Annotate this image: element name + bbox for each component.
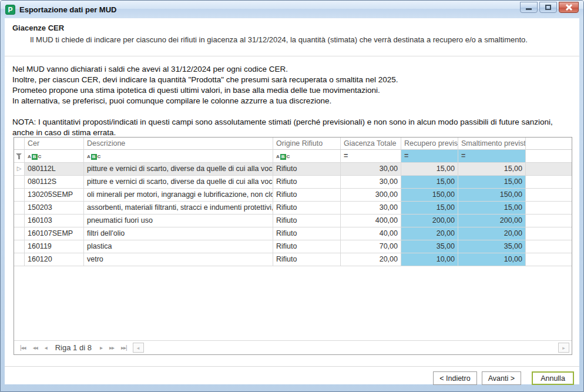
filter-funnel-icon: [16, 153, 22, 159]
pager-first-button[interactable]: |◂◂: [16, 344, 29, 351]
cell-giacenza[interactable]: 400,00: [341, 215, 401, 227]
table-row[interactable]: 160103 pneumatici fuori uso Rifiuto 400,…: [14, 215, 572, 227]
cell-descrizione[interactable]: plastica: [84, 240, 273, 253]
column-header-cer[interactable]: Cer: [25, 138, 84, 150]
cell-smaltimento[interactable]: 35,00: [458, 240, 526, 253]
cell-recupero[interactable]: 10,00: [401, 253, 458, 266]
header-indicator-cell: [14, 138, 25, 150]
close-button[interactable]: [559, 2, 579, 13]
cell-origine[interactable]: Rifiuto: [273, 189, 341, 202]
pager-prev-page-button[interactable]: ◂◂: [29, 344, 41, 351]
cell-recupero[interactable]: 35,00: [401, 240, 458, 253]
cell-smaltimento[interactable]: 20,00: [458, 227, 526, 240]
close-icon: [566, 4, 572, 11]
pager-next-button[interactable]: ▸: [96, 344, 106, 351]
cell-origine[interactable]: Rifiuto: [273, 202, 341, 215]
row-indicator: [14, 240, 25, 253]
column-header-smaltimento[interactable]: Smaltimento previsto: [458, 138, 526, 150]
filter-descrizione[interactable]: ABC: [84, 150, 273, 163]
cell-giacenza[interactable]: 20,00: [341, 253, 401, 266]
instruction-line: Inoltre, per ciascun CER, devi indicare …: [12, 75, 570, 85]
pager-last-button[interactable]: ▸▸|: [118, 344, 130, 351]
cell-recupero[interactable]: 15,00: [401, 163, 458, 176]
cell-blank: [526, 189, 572, 202]
filter-smaltimento[interactable]: =: [458, 150, 526, 163]
footer-separator: [5, 366, 579, 367]
cell-giacenza[interactable]: 30,00: [341, 163, 401, 176]
cell-origine[interactable]: Rifiuto: [273, 176, 341, 189]
equals-filter-icon: =: [344, 152, 398, 160]
filter-cer[interactable]: ABC: [25, 150, 84, 163]
column-header-origine[interactable]: Origine Rifiuto: [273, 138, 341, 150]
table-row[interactable]: 150203 assorbenti, materiali filtranti, …: [14, 202, 572, 215]
hscroll-left-button[interactable]: ◂: [133, 343, 144, 353]
pager-prev-button[interactable]: ◂: [41, 344, 51, 351]
cell-smaltimento[interactable]: 10,00: [458, 253, 526, 266]
cell-cer[interactable]: 160120: [25, 253, 84, 266]
cell-descrizione[interactable]: pneumatici fuori uso: [84, 215, 273, 227]
cell-smaltimento[interactable]: 200,00: [458, 215, 526, 227]
cancel-button[interactable]: Annulla: [532, 371, 574, 385]
grid-empty-area: [14, 266, 572, 340]
cell-giacenza[interactable]: 40,00: [341, 227, 401, 240]
cell-descrizione[interactable]: pitture e vernici di scarto, diverse da …: [84, 163, 273, 176]
table-row[interactable]: 160107SEMP filtri dell'olio Rifiuto 40,0…: [14, 227, 572, 240]
column-header-descrizione[interactable]: Descrizione: [84, 138, 273, 150]
instruction-line: In alternativa, se preferisci, puoi comu…: [12, 96, 570, 106]
cell-cer[interactable]: 160107SEMP: [25, 227, 84, 240]
cell-cer[interactable]: 080112S: [25, 176, 84, 189]
minimize-button[interactable]: [520, 2, 538, 13]
maximize-button[interactable]: [539, 2, 557, 13]
cell-cer[interactable]: 080112L: [25, 163, 84, 176]
table-row[interactable]: 160119 plastica Rifiuto 70,00 35,00 35,0…: [14, 240, 572, 253]
cell-smaltimento[interactable]: 15,00: [458, 176, 526, 189]
next-button[interactable]: Avanti >: [482, 371, 521, 385]
cell-recupero[interactable]: 15,00: [401, 202, 458, 215]
equals-filter-icon: =: [404, 152, 455, 160]
cell-giacenza[interactable]: 70,00: [341, 240, 401, 253]
back-button[interactable]: < Indietro: [433, 371, 476, 385]
cell-recupero[interactable]: 150,00: [401, 189, 458, 202]
filter-origine[interactable]: ABC: [273, 150, 341, 163]
table-row[interactable]: ▷ 080112L pitture e vernici di scarto, d…: [14, 163, 572, 176]
column-header-recupero[interactable]: Recupero previsto: [401, 138, 458, 150]
cell-origine[interactable]: Rifiuto: [273, 253, 341, 266]
cell-giacenza[interactable]: 30,00: [341, 202, 401, 215]
filter-blank: [526, 150, 572, 163]
cell-recupero[interactable]: 200,00: [401, 215, 458, 227]
cell-smaltimento[interactable]: 150,00: [458, 189, 526, 202]
cell-descrizione[interactable]: pitture e vernici di scarto, diverse da …: [84, 176, 273, 189]
cell-giacenza[interactable]: 300,00: [341, 189, 401, 202]
cell-cer[interactable]: 150203: [25, 202, 84, 215]
cell-recupero[interactable]: 15,00: [401, 176, 458, 189]
titlebar[interactable]: P Esportazione dati per MUD: [1, 1, 583, 18]
cer-data-grid: Cer Descrizione Origine Rifiuto Giacenza…: [14, 137, 572, 355]
cell-origine[interactable]: Rifiuto: [273, 227, 341, 240]
cell-recupero[interactable]: 20,00: [401, 227, 458, 240]
cell-cer[interactable]: 130205SEMP: [25, 189, 84, 202]
table-row[interactable]: 080112S pitture e vernici di scarto, div…: [14, 176, 572, 189]
cell-cer[interactable]: 160119: [25, 240, 84, 253]
instruction-line: Nel MUD vanno dichiarati i saldi che ave…: [12, 64, 570, 75]
table-row[interactable]: 160120 vetro Rifiuto 20,00 10,00 10,00: [14, 253, 572, 266]
cell-origine[interactable]: Rifiuto: [273, 215, 341, 227]
cell-cer[interactable]: 160103: [25, 215, 84, 227]
text-filter-icon: ABC: [28, 154, 41, 160]
pager-next-page-button[interactable]: ▸▸: [106, 344, 118, 351]
cell-origine[interactable]: Rifiuto: [273, 240, 341, 253]
cell-smaltimento[interactable]: 15,00: [458, 163, 526, 176]
cell-descrizione[interactable]: vetro: [84, 253, 273, 266]
cell-smaltimento[interactable]: 15,00: [458, 202, 526, 215]
filter-giacenza[interactable]: =: [341, 150, 401, 163]
column-header-giacenza[interactable]: Giacenza Totale: [341, 138, 401, 150]
hscroll-right-button[interactable]: ▸: [558, 343, 569, 353]
cell-descrizione[interactable]: filtri dell'olio: [84, 227, 273, 240]
cell-origine[interactable]: Rifiuto: [273, 163, 341, 176]
cell-descrizione[interactable]: oli minerali per motori, ingranaggi e lu…: [84, 189, 273, 202]
cell-descrizione[interactable]: assorbenti, materiali filtranti, stracci…: [84, 202, 273, 215]
cell-giacenza[interactable]: 30,00: [341, 176, 401, 189]
row-indicator: [14, 215, 25, 227]
cell-blank: [526, 240, 572, 253]
table-row[interactable]: 130205SEMP oli minerali per motori, ingr…: [14, 189, 572, 202]
filter-recupero[interactable]: =: [401, 150, 458, 163]
